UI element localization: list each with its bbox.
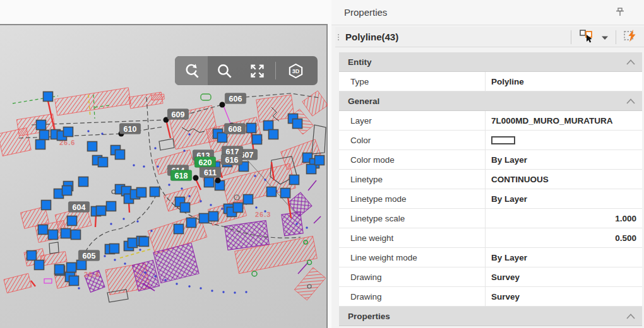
point-label-604[interactable]: 604 xyxy=(68,202,90,213)
survey-point-marker[interactable] xyxy=(36,140,45,149)
survey-point-marker[interactable] xyxy=(61,229,71,238)
survey-point-marker[interactable] xyxy=(209,212,218,221)
survey-point-marker[interactable] xyxy=(187,218,196,228)
select-objects-button[interactable] xyxy=(575,28,598,46)
survey-point-marker[interactable] xyxy=(68,216,77,226)
survey-point-marker[interactable] xyxy=(44,92,53,102)
survey-point-marker[interactable] xyxy=(137,188,146,197)
survey-point-marker[interactable] xyxy=(269,130,278,139)
survey-point-marker[interactable] xyxy=(281,189,290,198)
point-node[interactable] xyxy=(193,175,199,181)
section-header-entity[interactable]: Entity xyxy=(339,52,642,72)
collapse-chevron-icon[interactable] xyxy=(626,98,635,104)
survey-point-marker[interactable] xyxy=(218,133,227,143)
survey-point-marker[interactable] xyxy=(267,187,277,197)
survey-point-marker[interactable] xyxy=(42,201,51,210)
survey-point-marker[interactable] xyxy=(49,230,58,240)
survey-dot xyxy=(188,133,190,135)
point-node[interactable] xyxy=(220,102,225,108)
section-header-general[interactable]: General xyxy=(339,91,642,111)
survey-point-marker[interactable] xyxy=(71,230,81,240)
survey-point-marker[interactable] xyxy=(150,187,160,197)
view-3d-button[interactable]: 3D xyxy=(278,56,313,85)
drag-handle-icon[interactable] xyxy=(338,34,340,40)
survey-point-marker[interactable] xyxy=(307,165,316,174)
section-header-properties[interactable]: Properties xyxy=(339,307,642,326)
survey-point-marker[interactable] xyxy=(107,202,116,211)
survey-point-marker[interactable] xyxy=(116,150,125,160)
building-outline xyxy=(49,242,59,254)
survey-point-marker[interactable] xyxy=(181,203,190,213)
point-label-605[interactable]: 605 xyxy=(78,250,100,261)
survey-point-marker[interactable] xyxy=(200,214,209,223)
survey-point-marker[interactable] xyxy=(234,203,243,213)
point-label-618[interactable]: 618 xyxy=(170,170,192,181)
survey-point-marker[interactable] xyxy=(253,135,262,144)
survey-point-marker[interactable] xyxy=(79,177,88,187)
zoom-extents-button[interactable] xyxy=(241,56,273,85)
point-label-606[interactable]: 606 xyxy=(225,93,246,104)
survey-point-marker[interactable] xyxy=(77,261,86,270)
survey-point-marker[interactable] xyxy=(64,127,73,137)
point-label-616[interactable]: 616 xyxy=(221,155,242,165)
quick-select-button[interactable] xyxy=(620,28,641,46)
survey-point-marker[interactable] xyxy=(97,206,106,216)
property-value[interactable]: CONTINUOUS xyxy=(486,170,642,189)
pin-panel-button[interactable] xyxy=(614,6,626,19)
property-value[interactable]: 0.500 xyxy=(486,228,642,247)
survey-point-marker[interactable] xyxy=(55,265,64,274)
point-label-609[interactable]: 609 xyxy=(167,109,189,120)
survey-point-marker[interactable] xyxy=(264,121,273,131)
property-value[interactable]: Survey xyxy=(486,287,642,306)
property-value[interactable]: By Layer xyxy=(486,150,642,169)
collapse-chevron-icon[interactable] xyxy=(626,313,635,319)
drawing-viewport[interactable]: 26.626.326.66066096106086076136176166206… xyxy=(0,24,328,328)
survey-point-marker[interactable] xyxy=(128,238,138,248)
property-value[interactable]: Polyline xyxy=(486,72,642,91)
survey-point-marker[interactable] xyxy=(98,158,108,167)
point-node[interactable] xyxy=(215,178,221,184)
color-swatch[interactable] xyxy=(491,136,515,144)
collapse-chevron-icon[interactable] xyxy=(626,59,635,65)
red-polyline[interactable] xyxy=(95,215,96,227)
survey-point-marker[interactable] xyxy=(35,261,44,270)
survey-point-marker[interactable] xyxy=(67,263,76,272)
survey-point-marker[interactable] xyxy=(63,186,72,196)
zoom-extents-icon xyxy=(249,62,266,79)
survey-point-marker[interactable] xyxy=(40,131,49,140)
red-polyline[interactable] xyxy=(167,122,170,138)
survey-point-marker[interactable] xyxy=(244,195,253,204)
property-value[interactable]: By Layer xyxy=(486,248,642,267)
point-label-620[interactable]: 620 xyxy=(194,157,216,168)
survey-point-marker[interactable] xyxy=(174,225,184,234)
survey-point-marker[interactable] xyxy=(110,244,119,254)
survey-point-marker[interactable] xyxy=(205,178,214,187)
survey-point-marker[interactable] xyxy=(290,175,299,185)
point-label-611[interactable]: 611 xyxy=(200,167,221,178)
survey-point-marker[interactable] xyxy=(37,120,46,130)
survey-point-marker[interactable] xyxy=(39,225,48,235)
point-label-608[interactable]: 608 xyxy=(224,124,246,134)
properties-panel-header: Properties xyxy=(331,0,644,25)
point-label-610[interactable]: 610 xyxy=(119,124,141,134)
property-value[interactable]: 1.000 xyxy=(486,209,642,228)
survey-point-marker[interactable] xyxy=(69,276,79,286)
svg-text:608: 608 xyxy=(229,125,242,134)
selection-mode-dropdown[interactable] xyxy=(598,28,612,46)
svg-text:604: 604 xyxy=(73,203,86,212)
survey-point-marker[interactable] xyxy=(140,237,149,247)
survey-point-marker[interactable] xyxy=(27,251,37,261)
survey-point-marker[interactable] xyxy=(247,124,256,133)
property-value[interactable]: By Layer xyxy=(486,189,642,208)
magenta-line xyxy=(224,106,231,125)
property-value[interactable] xyxy=(486,131,642,149)
zoom-previous-icon xyxy=(183,62,200,79)
survey-point-marker[interactable] xyxy=(293,119,302,129)
survey-point-marker[interactable] xyxy=(88,142,97,151)
zoom-button[interactable] xyxy=(208,56,241,85)
property-value[interactable]: 7L000MD_MURO_MURATURA xyxy=(486,111,642,130)
red-polyline[interactable] xyxy=(31,281,35,286)
property-value[interactable]: Survey xyxy=(486,267,642,286)
zoom-previous-button[interactable] xyxy=(175,56,208,85)
survey-point-marker[interactable] xyxy=(315,156,325,165)
